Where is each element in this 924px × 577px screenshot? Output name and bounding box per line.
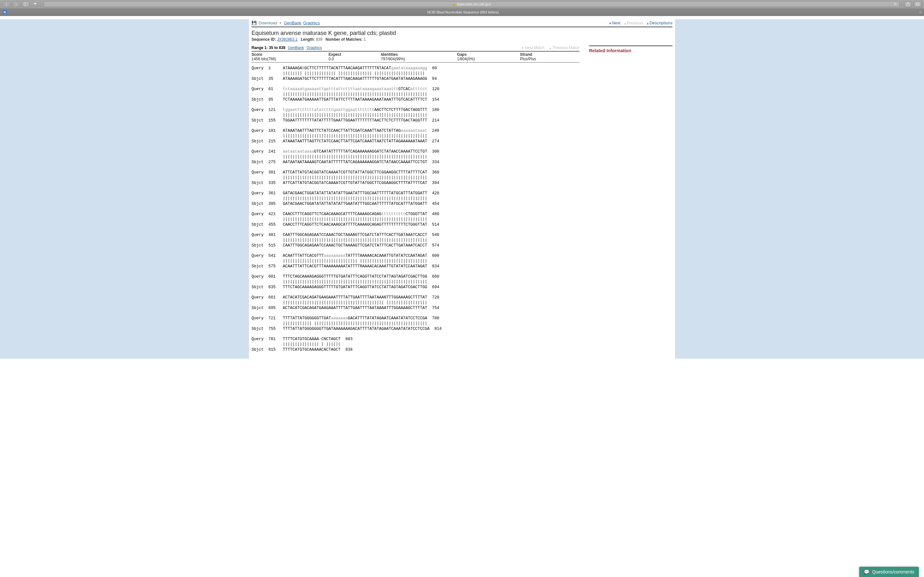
back-button[interactable]: ❮ <box>3 1 10 7</box>
forward-button[interactable]: ❯ <box>12 1 20 7</box>
sequence-id-link[interactable]: JX392863.1 <box>277 37 297 42</box>
page-content: 💾 Download ▼ GenBank Graphics ▼Next ▲Pre… <box>249 19 675 359</box>
next-match: ▼ Next Match <box>521 45 544 50</box>
hit-meta: Sequence ID: JX392863.1 Length: 839 Numb… <box>252 37 672 42</box>
stats-value: Plus/Plus <box>520 57 580 63</box>
share-button[interactable] <box>904 1 912 7</box>
stats-table: ScoreExpectIdentitiesGapsStrand 1456 bit… <box>252 52 580 63</box>
url-host: blast.ncbi.nlm.nih.gov <box>457 2 491 6</box>
alignment-block: Query 1 ATAAAAGANGCTTCTTTTTTACNTTTAACAAG… <box>252 66 580 352</box>
up-arrow-icon: ▲ <box>549 47 552 50</box>
address-bar[interactable]: 🔒 blast.ncbi.nlm.nih.gov ↻ <box>44 1 900 7</box>
tab-bar: B NCBI Blast:Nucleotide Sequence (803 le… <box>0 8 924 16</box>
save-icon: 💾 <box>252 21 257 25</box>
tabs-button[interactable] <box>914 1 921 7</box>
previous-match: ▲ Previous Match <box>549 45 580 50</box>
range-genbank-link[interactable]: GenBank <box>288 45 304 50</box>
stats-header: Strand <box>520 52 580 57</box>
reader-icon[interactable]: ☂ <box>31 1 39 7</box>
previous-link: ▲Previous <box>624 21 643 25</box>
double-up-arrow-icon: ▲ <box>646 22 649 25</box>
stats-header: Identities <box>381 52 457 57</box>
svg-rect-0 <box>24 3 27 6</box>
hit-toolbar: 💾 Download ▼ GenBank Graphics ▼Next ▲Pre… <box>252 19 672 27</box>
browser-toolbar: ❮ ❯ ☂ 🔒 blast.ncbi.nlm.nih.gov ↻ <box>0 0 924 8</box>
download-link[interactable]: Download <box>258 21 277 25</box>
down-arrow-icon: ▼ <box>521 47 524 50</box>
stats-header: Expect <box>328 52 381 57</box>
range-label: Range 1: 35 to 838 <box>252 45 285 50</box>
related-information-heading: Related Information <box>589 48 672 53</box>
range-row: Range 1: 35 to 838 GenBank Graphics ▼ Ne… <box>252 45 580 52</box>
chevron-down-icon: ▼ <box>279 21 282 25</box>
favicon-icon: B <box>3 10 7 15</box>
range-graphics-link[interactable]: Graphics <box>306 45 322 50</box>
svg-rect-4 <box>916 3 919 6</box>
genbank-link[interactable]: GenBank <box>284 21 301 25</box>
stats-header: Gaps <box>457 52 520 57</box>
stats-value: 797/804(99%) <box>381 57 457 63</box>
hit-title: Equisetum arvense maturase K gene, parti… <box>252 30 672 37</box>
new-tab-button[interactable]: + <box>916 10 924 15</box>
up-arrow-icon: ▲ <box>624 22 627 25</box>
next-link[interactable]: ▼Next <box>609 21 620 25</box>
sidebar-toggle-button[interactable] <box>22 1 29 7</box>
stats-value: 1/804(0%) <box>457 57 520 63</box>
svg-rect-5 <box>917 3 919 5</box>
stats-value: 0.0 <box>328 57 381 63</box>
down-arrow-icon: ▼ <box>609 22 612 25</box>
descriptions-link[interactable]: ▲Descriptions <box>646 21 672 25</box>
stats-header: Score <box>252 52 328 57</box>
reload-icon[interactable]: ↻ <box>894 2 897 6</box>
tab-title: NCBI Blast:Nucleotide Sequence (803 lett… <box>10 10 916 14</box>
graphics-link[interactable]: Graphics <box>303 21 320 25</box>
lock-icon: 🔒 <box>452 3 456 6</box>
stats-value: 1456 bits(788) <box>252 57 328 63</box>
